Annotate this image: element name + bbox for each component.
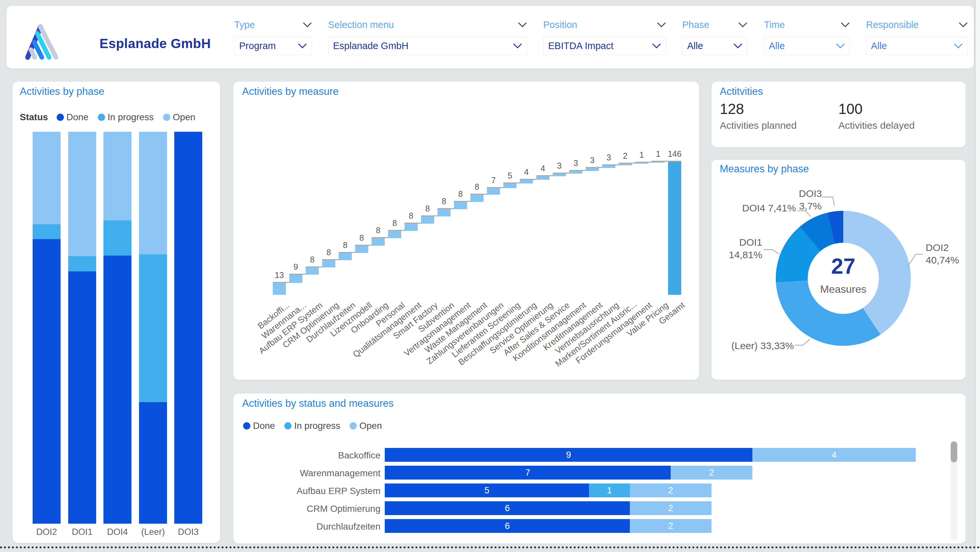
waterfall-bar-Subvention[interactable] xyxy=(438,209,451,216)
filter-dropdown[interactable]: Alle xyxy=(866,37,968,55)
segment-open[interactable] xyxy=(33,132,60,224)
filter-dropdown[interactable]: Program xyxy=(234,37,312,55)
segment-done[interactable] xyxy=(33,239,60,524)
chevron-down-icon xyxy=(303,22,312,28)
filter-label: Type xyxy=(234,19,255,30)
waterfall-bar-Value Pricing[interactable] xyxy=(652,162,665,163)
filter-label-row[interactable]: Position xyxy=(543,18,666,31)
segment-open[interactable]: 2 xyxy=(630,501,711,515)
waterfall-bar-Smart Factory[interactable] xyxy=(421,216,434,224)
segment-in-progress[interactable] xyxy=(139,254,167,402)
legend-item-done[interactable]: Done xyxy=(243,421,275,431)
filter-label: Position xyxy=(543,19,577,30)
waterfall-value-label: 146 xyxy=(660,149,689,159)
donut-callout-text: DOI1 xyxy=(719,236,762,249)
filter-dropdown[interactable]: Alle xyxy=(682,37,748,55)
waterfall-bar-Qualitätsmanagement[interactable] xyxy=(404,224,418,231)
status-bar-Durchlaufzeiten[interactable]: 62 xyxy=(385,519,711,533)
segment-done[interactable]: 9 xyxy=(385,448,752,462)
segment-value-label: 2 xyxy=(709,468,714,478)
segment-open[interactable]: 2 xyxy=(630,519,711,533)
waterfall-x-axis-labels: Backoffi...Warenmana...Aufbau ERP System… xyxy=(273,297,714,377)
filter-label-row[interactable]: Selection menu xyxy=(328,18,527,31)
filter-selection-menu: Selection menuEsplanade GmbH xyxy=(328,18,527,55)
segment-open[interactable] xyxy=(103,132,131,220)
segment-in-progress[interactable] xyxy=(103,220,131,256)
waterfall-bar-Vertragsmanagement[interactable] xyxy=(454,202,467,209)
segment-in-progress[interactable] xyxy=(33,224,60,239)
filter-label-row[interactable]: Responsible xyxy=(866,18,968,31)
segment-open[interactable] xyxy=(139,132,167,254)
waterfall-bar-Durchlaufzeiten[interactable] xyxy=(339,253,352,260)
segment-in-progress[interactable] xyxy=(68,256,96,271)
donut-label-doi2: DOI240,74% xyxy=(926,242,969,266)
waterfall-bar-Beschaffungsoptimierung[interactable] xyxy=(520,180,533,183)
segment-done[interactable]: 6 xyxy=(385,519,630,533)
segment-done[interactable] xyxy=(103,256,131,524)
filter-label-row[interactable]: Type xyxy=(234,18,312,31)
phase-bar-DOI2[interactable] xyxy=(33,132,60,524)
window-scrollbar[interactable] xyxy=(975,0,980,552)
segment-open[interactable]: 2 xyxy=(630,484,711,497)
header-bar: Esplanade GmbH TypeProgramSelection menu… xyxy=(6,6,974,68)
status-bar-CRM Optimierung[interactable]: 62 xyxy=(385,501,711,515)
waterfall-bar-Gesamt[interactable] xyxy=(668,162,681,295)
filter-dropdown[interactable]: Alle xyxy=(764,37,850,55)
donut-callout-text: DOI4 7,41% xyxy=(742,202,795,215)
segment-done[interactable] xyxy=(174,132,202,524)
segment-done[interactable]: 5 xyxy=(385,484,589,497)
waterfall-bar-After Sales & Service[interactable] xyxy=(553,173,566,176)
waterfall-bar-Onboarding[interactable] xyxy=(372,238,385,245)
filter-position: PositionEBITDA Impact xyxy=(543,18,666,55)
status-bar-Backoffice[interactable]: 94 xyxy=(385,448,916,462)
legend-dot xyxy=(163,114,170,121)
waterfall-bar-Lieferanten Screening[interactable] xyxy=(503,183,517,188)
waterfall-bar-Personal[interactable] xyxy=(388,231,401,238)
legend-item-open[interactable]: Open xyxy=(163,112,196,122)
waterfall-bar-CRM Optimierung[interactable] xyxy=(322,260,335,267)
filter-value: EBITDA Impact xyxy=(548,40,613,51)
filter-phase: PhaseAlle xyxy=(682,18,748,55)
legend-label: In progress xyxy=(294,421,340,431)
waterfall-bar-Konditionsmanagement[interactable] xyxy=(569,171,582,173)
filter-dropdown[interactable]: EBITDA Impact xyxy=(543,37,666,55)
legend-item-done[interactable]: Done xyxy=(57,112,89,122)
segment-open[interactable] xyxy=(68,132,96,256)
segment-open[interactable]: 4 xyxy=(752,448,916,462)
phase-bar-DOI1[interactable] xyxy=(68,132,96,524)
waterfall-bar-Zahlungsvereinbarungen[interactable] xyxy=(487,188,500,194)
panel-scrollbar[interactable] xyxy=(951,441,957,541)
status-bar-Aufbau ERP System[interactable]: 512 xyxy=(385,484,711,497)
waterfall-bar-Service Optimierung[interactable] xyxy=(536,176,549,180)
legend-item-in-progress[interactable]: In progress xyxy=(284,421,340,431)
waterfall-bar-Lizenzmodell[interactable] xyxy=(355,246,368,253)
filter-label-row[interactable]: Time xyxy=(764,18,850,31)
waterfall-bar-Backoffi...[interactable] xyxy=(273,283,286,295)
status-bar-Warenmanagement[interactable]: 72 xyxy=(385,466,752,480)
segment-done[interactable]: 6 xyxy=(385,501,630,515)
waterfall-bar-Forderungsmanagement[interactable] xyxy=(635,163,648,164)
phase-bar-DOI3[interactable] xyxy=(174,132,202,524)
segment-done[interactable]: 7 xyxy=(385,466,671,480)
segment-in-progress[interactable]: 1 xyxy=(589,484,630,497)
filter-value: Esplanade GmbH xyxy=(333,40,409,51)
segment-done[interactable] xyxy=(139,402,167,524)
waterfall-bar-Kreditmanagement[interactable] xyxy=(586,168,599,170)
panel-scrollbar-thumb[interactable] xyxy=(951,441,957,463)
legend-label: Open xyxy=(360,421,382,431)
phase-bar-(Leer)[interactable] xyxy=(139,132,167,524)
segment-value-label: 5 xyxy=(484,485,489,496)
legend-label: Open xyxy=(173,112,196,122)
waterfall-bar-Aufbau ERP System[interactable] xyxy=(306,267,319,275)
filter-dropdown[interactable]: Esplanade GmbH xyxy=(328,37,527,55)
waterfall-bar-Marken/Sortiment Ausric...[interactable] xyxy=(619,164,632,165)
legend-item-open[interactable]: Open xyxy=(350,421,382,431)
waterfall-bar-Waste Management[interactable] xyxy=(470,195,484,202)
legend-item-in-progress[interactable]: In progress xyxy=(98,112,154,122)
waterfall-bar-Vertriebsausrichtung[interactable] xyxy=(602,165,615,168)
phase-bar-DOI4[interactable] xyxy=(103,132,131,524)
waterfall-bar-Warenmana...[interactable] xyxy=(289,275,302,283)
segment-done[interactable] xyxy=(68,271,96,524)
filter-label-row[interactable]: Phase xyxy=(682,18,748,31)
segment-open[interactable]: 2 xyxy=(671,466,752,480)
